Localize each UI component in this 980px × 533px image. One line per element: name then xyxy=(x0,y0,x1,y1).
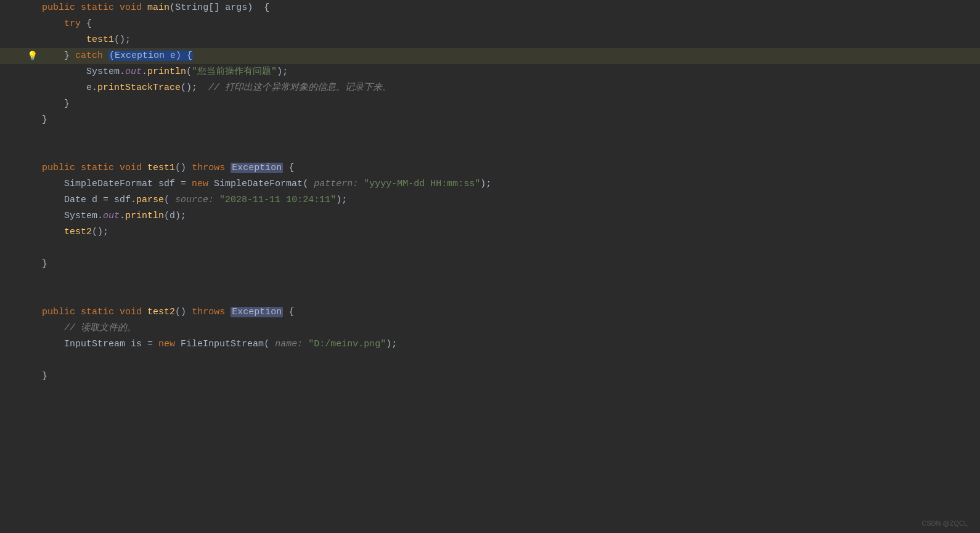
code-line: public static void test1() throws Except… xyxy=(0,160,980,176)
line-gutter xyxy=(25,96,39,112)
line-gutter xyxy=(25,288,39,304)
line-gutter xyxy=(25,208,39,224)
line-content xyxy=(39,288,980,304)
code-line: } xyxy=(0,96,980,112)
code-line: try { xyxy=(0,16,980,32)
code-line: SimpleDateFormat sdf = new SimpleDateFor… xyxy=(0,176,980,192)
code-line: e.printStackTrace(); // 打印出这个异常对象的信息。记录下… xyxy=(0,80,980,96)
code-line: test1(); xyxy=(0,32,980,48)
line-gutter xyxy=(25,0,39,16)
code-line xyxy=(0,144,980,160)
line-gutter xyxy=(25,176,39,192)
line-gutter xyxy=(25,112,39,128)
line-content xyxy=(39,352,980,368)
line-content xyxy=(39,272,980,288)
code-line: } xyxy=(0,256,980,272)
line-content xyxy=(39,128,980,144)
code-line-catch: 💡 } catch (Exception e) { xyxy=(0,48,980,64)
code-line: test2(); xyxy=(0,224,980,240)
line-gutter xyxy=(25,16,39,32)
line-number xyxy=(0,272,25,288)
line-content: public static void test1() throws Except… xyxy=(39,160,980,176)
line-content: } xyxy=(39,256,980,272)
line-gutter xyxy=(25,320,39,336)
bulb-icon[interactable]: 💡 xyxy=(27,48,38,64)
code-line: public static void test2() throws Except… xyxy=(0,304,980,320)
line-gutter xyxy=(25,160,39,176)
code-line: Date d = sdf.parse( source: "2028-11-11 … xyxy=(0,192,980,208)
line-gutter xyxy=(25,128,39,144)
line-number xyxy=(0,288,25,304)
line-content: } xyxy=(39,368,980,384)
line-content: } catch (Exception e) { xyxy=(39,48,980,64)
code-line xyxy=(0,128,980,144)
line-number xyxy=(0,208,25,224)
line-number xyxy=(0,112,25,128)
line-content: e.printStackTrace(); // 打印出这个异常对象的信息。记录下… xyxy=(39,80,980,96)
line-content xyxy=(39,240,980,256)
line-content: test2(); xyxy=(39,224,980,240)
line-number xyxy=(0,240,25,256)
line-number xyxy=(0,32,25,48)
line-number xyxy=(0,368,25,384)
line-content: public static void test2() throws Except… xyxy=(39,304,980,320)
line-gutter xyxy=(25,192,39,208)
line-content: // 读取文件的。 xyxy=(39,320,980,336)
code-line: InputStream is = new FileInputStream( na… xyxy=(0,336,980,352)
line-content xyxy=(39,144,980,160)
line-number xyxy=(0,80,25,96)
line-gutter xyxy=(25,304,39,320)
code-line: public static void main(String[] args) { xyxy=(0,0,980,16)
line-gutter xyxy=(25,256,39,272)
line-number xyxy=(0,304,25,320)
line-content: System.out.println("您当前操作有问题"); xyxy=(39,64,980,80)
line-content: SimpleDateFormat sdf = new SimpleDateFor… xyxy=(39,176,980,192)
code-line xyxy=(0,352,980,368)
line-gutter xyxy=(25,336,39,352)
line-content: try { xyxy=(39,16,980,32)
line-number xyxy=(0,64,25,80)
line-number xyxy=(0,16,25,32)
line-content: } xyxy=(39,112,980,128)
code-line xyxy=(0,272,980,288)
line-number xyxy=(0,48,25,64)
line-gutter xyxy=(25,32,39,48)
line-content: Date d = sdf.parse( source: "2028-11-11 … xyxy=(39,192,980,208)
line-number xyxy=(0,336,25,352)
line-number xyxy=(0,224,25,240)
line-number xyxy=(0,96,25,112)
line-gutter xyxy=(25,272,39,288)
line-number xyxy=(0,352,25,368)
line-gutter xyxy=(25,80,39,96)
line-gutter xyxy=(25,240,39,256)
line-number xyxy=(0,144,25,160)
code-line: } xyxy=(0,112,980,128)
line-number xyxy=(0,256,25,272)
editor-container: public static void main(String[] args) {… xyxy=(0,0,980,533)
line-content: InputStream is = new FileInputStream( na… xyxy=(39,336,980,352)
line-gutter: 💡 xyxy=(25,48,39,64)
code-area: public static void main(String[] args) {… xyxy=(0,0,980,384)
line-gutter xyxy=(25,64,39,80)
watermark: CSDN @ZQCL xyxy=(921,519,968,527)
code-line xyxy=(0,240,980,256)
code-line: } xyxy=(0,368,980,384)
line-number xyxy=(0,128,25,144)
line-content: System.out.println(d); xyxy=(39,208,980,224)
code-line: System.out.println("您当前操作有问题"); xyxy=(0,64,980,80)
line-gutter xyxy=(25,368,39,384)
line-number xyxy=(0,0,25,16)
line-gutter xyxy=(25,144,39,160)
line-number xyxy=(0,176,25,192)
line-number xyxy=(0,320,25,336)
line-number xyxy=(0,160,25,176)
line-content: test1(); xyxy=(39,32,980,48)
line-gutter xyxy=(25,352,39,368)
code-line: // 读取文件的。 xyxy=(0,320,980,336)
line-content: public static void main(String[] args) { xyxy=(39,0,980,16)
line-content: } xyxy=(39,96,980,112)
line-number xyxy=(0,192,25,208)
code-line xyxy=(0,288,980,304)
line-gutter xyxy=(25,224,39,240)
code-line: System.out.println(d); xyxy=(0,208,980,224)
